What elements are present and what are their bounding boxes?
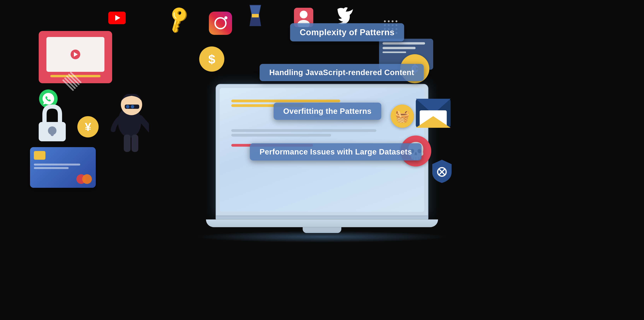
svg-point-35 (131, 105, 134, 108)
laptop-glow (196, 231, 448, 243)
screen-bar-gray (231, 129, 376, 132)
card-stripe (34, 164, 80, 166)
instagram-icon (209, 12, 232, 35)
video-screen (46, 37, 104, 72)
card-stripes (34, 164, 92, 169)
svg-point-9 (300, 11, 308, 19)
key-icon: 🔑 (162, 3, 194, 35)
svg-point-13 (392, 20, 394, 22)
hourglass-icon (248, 4, 263, 32)
mastercard-circle-right (82, 174, 92, 184)
screen-bar-gray2 (231, 134, 331, 136)
svg-rect-37 (132, 135, 138, 152)
svg-point-14 (396, 20, 398, 22)
svg-point-11 (384, 20, 386, 22)
diagonal-stripes (66, 74, 78, 89)
main-scene: 🔑 (0, 0, 644, 320)
screen-bar-yellow (231, 100, 340, 102)
credit-card (30, 147, 96, 188)
svg-rect-30 (51, 131, 54, 136)
svg-rect-7 (252, 14, 259, 18)
laptop-hinge (216, 216, 428, 219)
screen-middle-bars (231, 129, 413, 136)
ui-bar-3 (382, 52, 406, 53)
svg-point-34 (126, 105, 130, 108)
card-chip (34, 151, 46, 160)
hacker-character (110, 74, 149, 156)
lock-icon (37, 105, 68, 144)
banner-overfitting: Overfitting the Patterns (274, 103, 381, 120)
banner-complexity: Complexity of Patterns (290, 23, 404, 42)
play-button (70, 50, 80, 59)
ui-bar-1 (382, 42, 425, 45)
youtube-icon (108, 12, 126, 24)
play-triangle (74, 52, 78, 57)
mastercard-logo (76, 174, 92, 184)
card-stripe (34, 167, 69, 169)
shield-x-icon (431, 159, 452, 185)
basket-icon: 🧺 (391, 105, 414, 128)
svg-point-12 (388, 20, 390, 22)
yen-coin: ¥ (77, 116, 99, 137)
dollar-coin-top: $ (199, 47, 224, 72)
envelope-icon (416, 99, 450, 129)
banner-performance: Performance Issues with Large Datasets (250, 143, 422, 160)
svg-rect-2 (209, 12, 232, 35)
svg-point-4 (224, 16, 228, 19)
svg-rect-36 (124, 135, 130, 152)
banner-javascript: Handling JavaScript-rendered Content (260, 64, 424, 81)
laptop-bottom (206, 219, 438, 227)
ui-bar-2 (382, 47, 416, 49)
